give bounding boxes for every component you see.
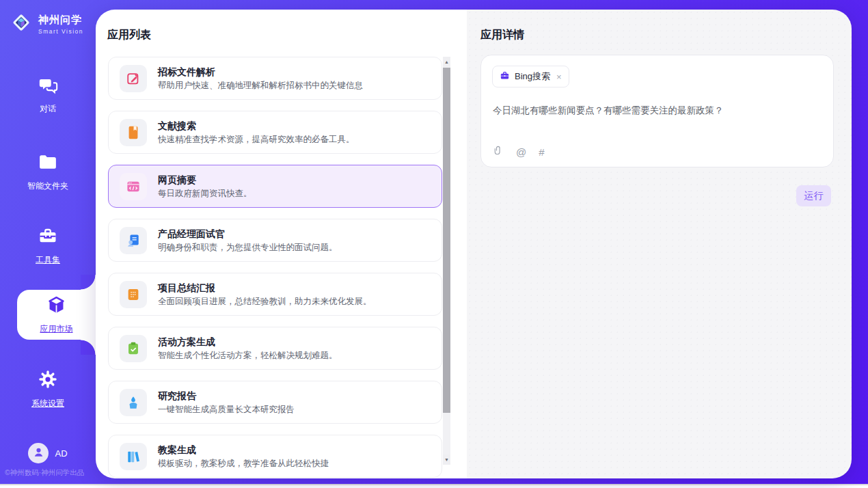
app-card-desc: 帮助用户快速、准确地理解和解析招标书中的关键信息 xyxy=(158,81,363,91)
app-card-desc: 全面回顾项目进展，总结经验教训，助力未来优化发展。 xyxy=(158,297,372,307)
book-icon xyxy=(120,119,147,146)
app-card-name: 产品经理面试官 xyxy=(158,228,338,240)
toolbox-icon xyxy=(38,226,58,249)
paperclip-icon[interactable] xyxy=(493,145,504,159)
app-card-name: 网页摘要 xyxy=(158,174,252,186)
copyright-footer: ©神州数码·神州问学出品 xyxy=(5,468,96,478)
tool-chip-label: Bing搜索 xyxy=(515,70,550,83)
app-card-name: 教案生成 xyxy=(158,444,329,456)
app-card[interactable]: 研究报告 一键智能生成高质量长文本研究报告 xyxy=(108,381,442,424)
app-card-desc: 明确身份和职责，为您提供专业性的面试问题。 xyxy=(158,243,338,253)
app-list: 招标文件解析 帮助用户快速、准确地理解和解析招标书中的关键信息 文献搜索 快速精… xyxy=(108,57,442,478)
gear-icon xyxy=(38,369,58,392)
avatar xyxy=(28,443,49,463)
sidebar-item-settings[interactable]: 系统设置 xyxy=(0,369,96,409)
app-logo: 神州问学 Smart Vision xyxy=(9,10,83,38)
app-card[interactable]: 文献搜索 快速精准查找学术资源，提高研究效率的必备工具。 xyxy=(108,111,442,154)
brand-name: 神州问学 xyxy=(38,14,83,27)
app-card-desc: 快速精准查找学术资源，提高研究效率的必备工具。 xyxy=(158,135,355,145)
user-account[interactable]: AD xyxy=(0,443,96,463)
app-card-desc: 模板驱动，教案秒成，教学准备从此轻松快捷 xyxy=(158,459,329,469)
sidebar: 神州问学 Smart Vision 对话 智能文件夹 工具集 应用市场 系统设置… xyxy=(0,0,96,484)
briefcase-icon xyxy=(500,70,510,83)
run-button[interactable]: 运行 xyxy=(796,185,831,206)
scrollbar-thumb[interactable] xyxy=(443,68,450,413)
app-card[interactable]: 项目总结汇报 全面回顾项目进展，总结经验教训，助力未来优化发展。 xyxy=(108,273,442,316)
clipboard-icon xyxy=(120,335,147,362)
app-list-title: 应用列表 xyxy=(107,28,151,42)
folder-icon xyxy=(38,152,58,175)
app-card[interactable]: 活动方案生成 智能生成个性化活动方案，轻松解决规划难题。 xyxy=(108,327,442,370)
app-card-name: 活动方案生成 xyxy=(158,336,338,348)
interview-icon xyxy=(120,227,147,254)
app-list-panel: 应用列表 招标文件解析 帮助用户快速、准确地理解和解析招标书中的关键信息 文献搜… xyxy=(96,10,467,478)
tool-chip-bing-search[interactable]: Bing搜索 × xyxy=(492,66,569,87)
list-scrollbar[interactable]: ▲ ▼ xyxy=(443,57,450,465)
user-avatar-icon xyxy=(32,446,45,461)
prompt-composer[interactable]: Bing搜索 × 今日湖北有哪些新闻要点？有哪些需要关注的最新政策？ @ # xyxy=(480,55,834,167)
scroll-down-icon[interactable]: ▼ xyxy=(443,455,450,465)
close-icon[interactable]: × xyxy=(556,72,562,81)
sidebar-item-chat[interactable]: 对话 xyxy=(0,75,96,115)
app-card[interactable]: 招标文件解析 帮助用户快速、准确地理解和解析招标书中的关键信息 xyxy=(108,57,442,100)
app-card-desc: 智能生成个性化活动方案，轻松解决规划难题。 xyxy=(158,351,338,361)
diamond-logo-icon xyxy=(9,10,33,38)
composer-toolbar: @ # xyxy=(493,145,545,159)
books-icon xyxy=(120,443,147,470)
sidebar-item-toolset[interactable]: 工具集 xyxy=(0,226,96,266)
main-container: 应用列表 招标文件解析 帮助用户快速、准确地理解和解析招标书中的关键信息 文献搜… xyxy=(96,10,852,478)
app-detail-panel: 应用详情 Bing搜索 × 今日湖北有哪些新闻要点？有哪些需要关注的最新政策？ xyxy=(467,10,852,478)
app-detail-title: 应用详情 xyxy=(480,28,524,42)
user-name: AD xyxy=(55,448,67,459)
chat-icon xyxy=(38,75,58,98)
scroll-up-icon[interactable]: ▲ xyxy=(443,57,450,67)
sidebar-item-app-market[interactable]: 应用市场 xyxy=(17,290,96,340)
app-card-desc: 每日政府新闻资讯快查。 xyxy=(158,189,252,199)
app-card-name: 招标文件解析 xyxy=(158,66,363,78)
app-card[interactable]: 教案生成 模板驱动，教案秒成，教学准备从此轻松快捷 xyxy=(108,435,442,478)
app-card-name: 项目总结汇报 xyxy=(158,282,372,294)
edit-icon xyxy=(120,65,147,92)
app-card[interactable]: 产品经理面试官 明确身份和职责，为您提供专业性的面试问题。 xyxy=(108,219,442,262)
cube-icon xyxy=(46,295,67,318)
browser-icon xyxy=(120,173,147,200)
app-card-desc: 一键智能生成高质量长文本研究报告 xyxy=(158,405,295,415)
app-card[interactable]: 网页摘要 每日政府新闻资讯快查。 xyxy=(108,165,442,208)
ink-icon xyxy=(120,389,147,416)
app-card-name: 研究报告 xyxy=(158,390,295,402)
prompt-input[interactable]: 今日湖北有哪些新闻要点？有哪些需要关注的最新政策？ xyxy=(493,104,822,117)
hash-icon[interactable]: # xyxy=(539,146,544,158)
brand-tagline: Smart Vision xyxy=(38,28,83,35)
at-icon[interactable]: @ xyxy=(516,146,526,158)
sidebar-item-smart-folders[interactable]: 智能文件夹 xyxy=(0,152,96,192)
app-card-name: 文献搜索 xyxy=(158,120,355,132)
note-icon xyxy=(120,281,147,308)
